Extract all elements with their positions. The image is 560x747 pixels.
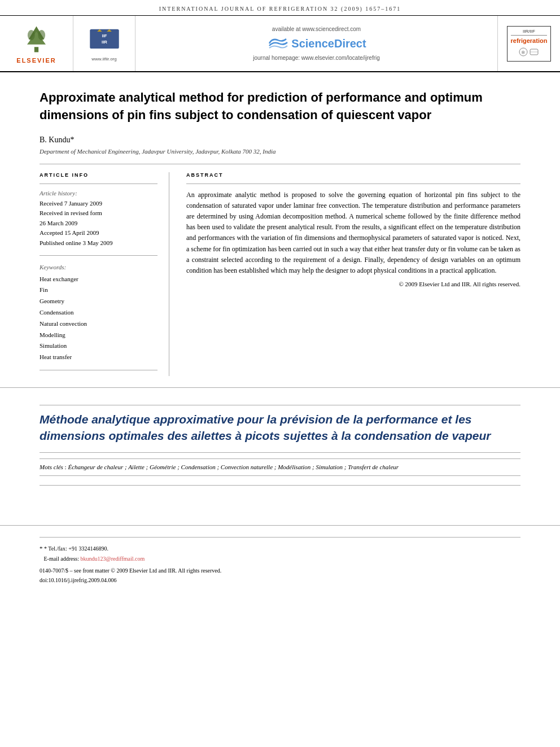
svg-text:IIR: IIR bbox=[102, 39, 107, 44]
footnote-contact: * * Tel./fax: +91 3324146890. E-mail add… bbox=[40, 543, 520, 563]
svg-text:IIF: IIF bbox=[102, 33, 107, 38]
refrig-title: refrigeration bbox=[511, 37, 548, 44]
french-keywords-text: Échangeur de chaleur ; Ailette ; Géométr… bbox=[68, 464, 399, 470]
iifiir-url: www.iifiir.org bbox=[88, 56, 121, 62]
sciencedirect-icon bbox=[266, 36, 289, 51]
footer-section: * * Tel./fax: +91 3324146890. E-mail add… bbox=[0, 525, 560, 596]
iifiir-logo-icon: IIF IIR bbox=[88, 26, 121, 54]
abstract-col: ABSTRACT An approximate analytic method … bbox=[186, 172, 520, 376]
abstract-text: An approximate analytic method is propos… bbox=[186, 190, 520, 277]
svg-point-4 bbox=[38, 30, 45, 40]
footnote-email: bkundu123@rediffmail.com bbox=[80, 556, 145, 562]
footnote-email-label: E-mail address: bbox=[44, 556, 79, 562]
article-section: Approximate analytical method for predic… bbox=[0, 72, 560, 376]
article-info-col: ARTICLE INFO Article history: Received 7… bbox=[40, 172, 169, 376]
divider-keywords bbox=[40, 255, 158, 256]
svg-rect-0 bbox=[34, 47, 38, 52]
keyword-heat-exchanger: Heat exchanger bbox=[40, 274, 158, 285]
keyword-heat-transfer: Heat transfer bbox=[40, 352, 158, 363]
journal-header-text: INTERNATIONAL JOURNAL OF REFRIGERATION 3… bbox=[159, 6, 401, 12]
divider-french-top bbox=[40, 405, 520, 405]
journal-url: journal homepage: www.elsevier.com/locat… bbox=[253, 55, 380, 61]
article-title: Approximate analytical method for predic… bbox=[40, 89, 520, 124]
refrig-icon-area: ❄ bbox=[511, 46, 548, 59]
journal-header: INTERNATIONAL JOURNAL OF REFRIGERATION 3… bbox=[0, 0, 560, 16]
french-section: Méthode analytique approximative pour la… bbox=[0, 387, 560, 497]
french-keywords-label: Mots clés : bbox=[40, 464, 68, 470]
keyword-fin: Fin bbox=[40, 285, 158, 296]
refrig-symbol-icon: ❄ bbox=[518, 46, 540, 58]
history-text: Received 7 January 2009 Received in revi… bbox=[40, 199, 158, 248]
sciencedirect-logo: ScienceDirect bbox=[266, 36, 366, 51]
divider-footer bbox=[40, 537, 520, 538]
copyright-text: © 2009 Elsevier Ltd and IIR. All rights … bbox=[186, 281, 520, 287]
divider-abstract-top bbox=[186, 184, 520, 184]
sciencedirect-text: ScienceDirect bbox=[291, 37, 366, 50]
article-info-heading: ARTICLE INFO bbox=[40, 172, 158, 178]
divider-french-bottom bbox=[40, 485, 520, 486]
history-label: Article history: bbox=[40, 190, 158, 196]
available-text: available at www.sciencedirect.com bbox=[272, 26, 361, 32]
author-name: B. Kundu* bbox=[40, 136, 520, 145]
footnote-doi: doi:10.1016/j.ijrefrig.2009.04.006 bbox=[40, 575, 520, 585]
keyword-modelling: Modelling bbox=[40, 330, 158, 341]
refrig-header: IIR/IIF bbox=[511, 29, 548, 36]
divider-after-affiliation bbox=[40, 164, 520, 164]
divider-french-keywords bbox=[40, 452, 520, 453]
elsevier-label: ELSEVIER bbox=[16, 57, 56, 64]
iifiir-logo-section: IIF IIR www.iifiir.org bbox=[73, 16, 135, 71]
footnote-issn: 0140-7007/$ – see front matter © 2009 El… bbox=[40, 566, 520, 575]
elsevier-logo-section: ELSEVIER bbox=[0, 16, 73, 71]
sciencedirect-section: available at www.sciencedirect.com Scien… bbox=[135, 16, 498, 71]
footnote-tel: * Tel./fax: +91 3324146890. bbox=[44, 545, 108, 552]
keyword-simulation: Simulation bbox=[40, 340, 158, 352]
keyword-natural-convection: Natural convection bbox=[40, 318, 158, 330]
refrig-logo-section: IIR/IIF refrigeration ❄ bbox=[498, 16, 560, 71]
keywords-section: Keywords: Heat exchanger Fin Geometry Co… bbox=[40, 264, 158, 363]
logo-bar: ELSEVIER IIF IIR www.iifiir.org availabl… bbox=[0, 16, 560, 72]
french-keywords: Mots clés : Échangeur de chaleur ; Ailet… bbox=[40, 458, 520, 477]
refrig-box: IIR/IIF refrigeration ❄ bbox=[507, 26, 552, 62]
divider-left-bottom bbox=[40, 370, 158, 370]
svg-point-3 bbox=[28, 30, 35, 40]
divider-info-top bbox=[40, 184, 158, 184]
svg-text:❄: ❄ bbox=[521, 50, 526, 55]
french-title: Méthode analytique approximative pour la… bbox=[40, 411, 520, 444]
author-affiliation: Department of Mechanical Engineering, Ja… bbox=[40, 148, 520, 155]
keyword-condensation: Condensation bbox=[40, 307, 158, 318]
page: INTERNATIONAL JOURNAL OF REFRIGERATION 3… bbox=[0, 0, 560, 747]
keywords-label: Keywords: bbox=[40, 264, 158, 270]
footnote-star: * bbox=[40, 545, 43, 552]
elsevier-tree-icon bbox=[21, 24, 52, 55]
keyword-geometry: Geometry bbox=[40, 296, 158, 307]
two-col-layout: ARTICLE INFO Article history: Received 7… bbox=[40, 172, 520, 376]
abstract-heading: ABSTRACT bbox=[186, 172, 520, 178]
